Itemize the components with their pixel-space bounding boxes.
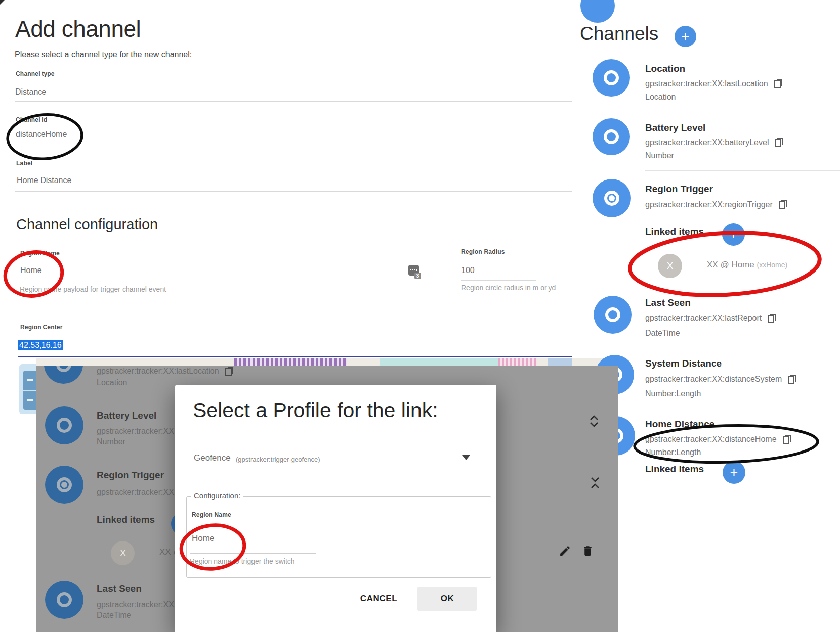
channel-trigger-icon (45, 466, 83, 504)
channel-uid-row: gpstracker:tracker:XX:distanceHome (645, 435, 791, 444)
select-profile-dialog: Select a Profile for the link: Geofence … (175, 385, 496, 632)
channel-uid-row: gpstracker:tracker:XX:lastReport (645, 314, 776, 323)
channel-uid: gpstracker:tracker:XX:batteryLevel (645, 138, 769, 147)
configuration-legend: Configuration: (191, 491, 243, 500)
region-radius-helper: Region circle radius in m or yd (461, 284, 556, 292)
channel-state-icon (45, 406, 83, 444)
channel-type-label: Channel type (16, 70, 55, 77)
region-name-helper: Region name payload for trigger channel … (20, 285, 166, 293)
map-zoom-in-button[interactable] (23, 371, 36, 390)
region-radius-input[interactable]: 100 (461, 266, 475, 275)
copy-uid-icon[interactable] (774, 79, 783, 88)
region-center-focus-underline (18, 356, 572, 357)
linked-items-heading: Linked items (645, 464, 704, 475)
map-control-fragment (19, 364, 36, 414)
copy-uid-icon[interactable] (768, 314, 776, 323)
channel-uid: gpstracker:tracker:XX:lastLocation (645, 79, 768, 88)
reorder-unfold-icon (589, 414, 600, 428)
channel-uid: gpstracker:tracker:XX:lastReport (645, 314, 762, 323)
channel-state-icon (594, 296, 632, 334)
channel-id-input[interactable]: distanceHome (16, 130, 67, 139)
redacted-blue-block (548, 358, 572, 366)
linked-items-heading: Linked items (97, 514, 155, 525)
copy-uid-icon[interactable] (775, 138, 783, 147)
channel-uid: gpstracker:tracker:XX:distanceHome (645, 435, 777, 444)
channel-uid-row: gpstracker:tracker:XX:batteryLevel (645, 138, 783, 147)
redacted-pink-block (498, 358, 537, 366)
channel-name: Battery Level (645, 122, 705, 133)
configuration-fieldset (186, 496, 491, 578)
copy-uid-icon (225, 367, 234, 376)
profile-select[interactable]: Geofence (gpstracker:trigger-geofence) (190, 450, 483, 467)
plus-icon: + (730, 228, 738, 241)
add-channel-button[interactable]: + (675, 26, 696, 47)
channel-type-underline (15, 101, 572, 102)
row-divider (645, 112, 840, 112)
reorder-fold-icon (590, 476, 601, 490)
modal-region-name-input[interactable]: Home (192, 533, 214, 544)
channel-name: Last Seen (97, 583, 142, 594)
channel-state-icon (593, 118, 630, 155)
profile-select-underline (190, 467, 483, 467)
add-channel-intro: Please select a channel type for the new… (15, 50, 192, 59)
channel-trigger-icon (593, 179, 631, 217)
channel-name: System Distance (645, 358, 722, 369)
channel-state-icon (45, 581, 83, 619)
channel-uid: gpstracker:tracker:XX:distanceSystem (645, 375, 782, 384)
add-link-button[interactable]: + (723, 461, 745, 484)
channel-name: Location (645, 63, 685, 74)
delete-link-icon (581, 545, 594, 557)
modal-region-name-helper: Region name to trigger the switch (190, 557, 295, 565)
channel-kind: Number (645, 151, 674, 160)
linked-item-label[interactable]: XX @ Home (xxHome) (707, 260, 787, 270)
channels-panel-title: Channels (580, 23, 658, 44)
map-zoom-out-button[interactable] (23, 391, 36, 410)
ok-button[interactable]: OK (417, 587, 477, 611)
cropped-channel-icon (580, 0, 615, 23)
channel-name: Battery Level (97, 410, 156, 421)
channel-uid-row: gpstracker:tracker:XX:lastLocation (97, 367, 234, 376)
add-link-button[interactable]: + (722, 223, 745, 246)
channel-uid-row: gpstracker:tracker:XX:distanceSystem (645, 375, 796, 384)
screen: Add channel Please select a channel type… (0, 0, 840, 632)
channel-state-icon (593, 59, 630, 97)
modal-region-name-label: Region Name (192, 511, 231, 518)
channel-uid: gpstracker:tracker:XX:lastLocation (97, 367, 219, 376)
edit-link-icon (559, 545, 571, 557)
channel-id-underline (15, 146, 572, 146)
region-radius-underline (461, 280, 536, 281)
plus-icon: + (730, 466, 738, 479)
autofill-badge: 3 (414, 273, 421, 279)
channel-uid-row: gpstracker:tracker:XX:lastLocation (645, 79, 783, 88)
label-label: Label (16, 160, 32, 167)
profile-select-value: Geofence (194, 453, 231, 463)
region-radius-label: Region Radius (461, 248, 505, 255)
copy-uid-icon[interactable] (788, 375, 796, 384)
region-name-label: Region Name (20, 250, 60, 257)
copy-uid-icon[interactable] (783, 435, 791, 444)
label-input[interactable]: Home Distance (17, 176, 71, 185)
page-title: Add channel (15, 15, 141, 42)
channel-kind: Location (645, 93, 676, 102)
redacted-strip (36, 358, 618, 366)
autofill-extension-icon[interactable]: 3 (408, 265, 422, 281)
channel-id-label: Channel Id (16, 116, 47, 123)
cancel-button[interactable]: CANCEL (357, 590, 401, 608)
region-name-input[interactable]: Home (20, 266, 42, 275)
channel-kind: DateTime (97, 611, 131, 620)
row-divider (645, 285, 840, 285)
autofill-dots-icon (410, 269, 417, 271)
region-center-input[interactable]: 42.53,16.16 (18, 341, 63, 350)
corner-artifact (0, 0, 5, 5)
label-underline (15, 191, 572, 192)
channel-type-select[interactable]: Distance (15, 87, 46, 97)
region-center-label: Region Center (20, 324, 63, 331)
channel-kind: Number:Length (645, 448, 701, 457)
row-divider (645, 406, 840, 406)
linked-item-avatar: X (111, 541, 135, 565)
modal-region-name-underline (190, 553, 316, 554)
row-divider (645, 345, 840, 345)
copy-uid-icon[interactable] (779, 200, 787, 209)
channel-kind: DateTime (645, 329, 680, 338)
linked-item-avatar: X (658, 254, 682, 278)
